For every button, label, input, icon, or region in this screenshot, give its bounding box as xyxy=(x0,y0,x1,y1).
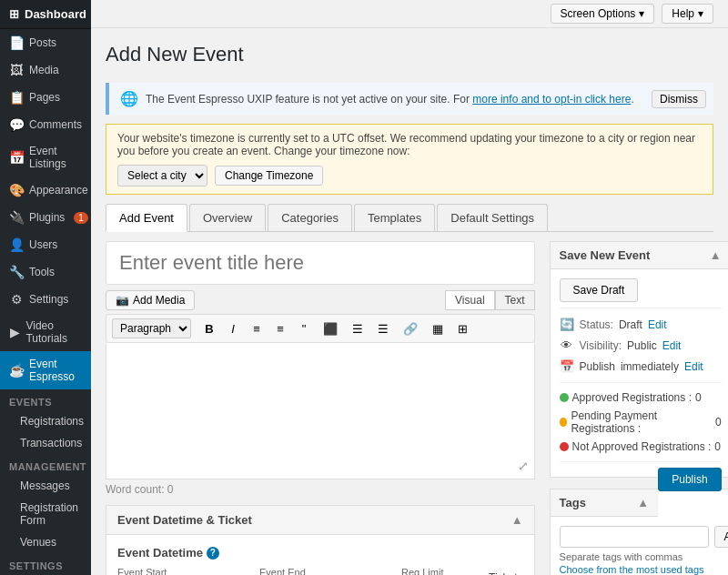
italic-button[interactable]: I xyxy=(222,319,244,338)
table-button[interactable]: ▦ xyxy=(426,319,450,338)
timezone-notice-text: Your website's timezone is currently set… xyxy=(117,132,702,157)
add-media-button[interactable]: 📷 Add Media xyxy=(106,290,195,310)
publish-time-row: 📅 Publish immediately Edit xyxy=(560,356,722,377)
more-button[interactable]: ⊞ xyxy=(451,319,474,338)
tab-overview[interactable]: Overview xyxy=(189,204,266,231)
settings-section-label: Settings xyxy=(0,553,91,574)
sidebar-item-event-espresso[interactable]: ☕ Event Espresso xyxy=(0,351,91,389)
topbar: Screen Options ▾ Help ▾ xyxy=(91,0,728,28)
sidebar-item-comments[interactable]: 💬 Comments xyxy=(0,111,91,138)
event-title-input[interactable] xyxy=(106,241,535,285)
pending-row: Pending Payment Registrations : 0 xyxy=(560,407,722,438)
pages-icon: 📋 xyxy=(9,90,24,105)
expand-icon[interactable]: ⤢ xyxy=(518,459,529,473)
plugins-icon: 🔌 xyxy=(9,210,24,225)
visibility-edit-link[interactable]: Edit xyxy=(662,339,682,352)
text-tab[interactable]: Text xyxy=(495,290,535,310)
datetime-section: Event Datetime & Ticket ▲ Event Datetime… xyxy=(106,505,535,575)
uxip-notice: 🌐 The Event Espresso UXIP feature is not… xyxy=(106,83,713,115)
tags-most-used-link[interactable]: Choose from the most used tags xyxy=(560,564,704,575)
tab-default-settings[interactable]: Default Settings xyxy=(437,204,548,231)
save-draft-button[interactable]: Save Draft xyxy=(560,278,639,302)
link-button[interactable]: 🔗 xyxy=(397,319,424,338)
align-left-button[interactable]: ⬛ xyxy=(317,319,344,338)
tags-hint: Separate tags with commas xyxy=(560,551,722,562)
wordpress-icon: ⊞ xyxy=(9,7,19,21)
blockquote-button[interactable]: " xyxy=(293,319,315,338)
chevron-down-icon: ▾ xyxy=(698,7,703,20)
sidebar-item-tools[interactable]: 🔧 Tools xyxy=(0,258,91,286)
tab-templates[interactable]: Templates xyxy=(354,204,435,231)
sidebar-subitem-reg-form[interactable]: Registration Form xyxy=(0,497,91,531)
sidebar-item-event-listings[interactable]: 📅 Event Listings xyxy=(0,138,91,177)
timezone-notice: Your website's timezone is currently set… xyxy=(106,124,713,195)
events-section-label: Events xyxy=(0,389,91,410)
sidebar-subitem-messages[interactable]: Messages xyxy=(0,475,91,497)
event-listings-icon: 📅 xyxy=(9,150,24,165)
status-row: 🔄 Status: Draft Edit xyxy=(560,314,722,335)
dismiss-button[interactable]: Dismiss xyxy=(652,90,706,108)
help-button[interactable]: Help ▾ xyxy=(662,4,713,24)
tags-panel-collapse[interactable]: ▲ xyxy=(637,496,649,509)
tags-panel-header: Tags ▲ xyxy=(551,489,659,517)
sidebar-item-posts[interactable]: 📄 Posts xyxy=(0,29,91,56)
sidebar-item-pages[interactable]: 📋 Pages xyxy=(0,84,91,111)
sidebar-item-media[interactable]: 🖼 Media xyxy=(0,56,91,84)
reg-limit-label: Reg Limit xyxy=(401,567,474,575)
format-toolbar: Paragraph B I ≡ ≡ " ⬛ ☰ ☰ 🔗 ▦ ⊞ xyxy=(106,314,535,343)
datetime-help-icon[interactable]: ? xyxy=(207,547,219,560)
video-icon: ▶ xyxy=(9,325,20,339)
city-select[interactable]: Select a city xyxy=(117,165,207,187)
datetime-section-header: Event Datetime & Ticket ▲ xyxy=(106,506,534,535)
ordered-list-button[interactable]: ≡ xyxy=(269,319,291,338)
align-right-button[interactable]: ☰ xyxy=(371,319,395,338)
approved-dot xyxy=(560,393,569,402)
paragraph-select[interactable]: Paragraph xyxy=(112,318,191,338)
change-timezone-button[interactable]: Change Timezone xyxy=(215,166,323,186)
editor-area[interactable]: ⤢ xyxy=(106,343,535,479)
not-approved-row: Not Approved Registrations : 0 xyxy=(560,438,722,456)
pending-dot xyxy=(560,418,568,427)
sidebar-item-appearance[interactable]: 🎨 Appearance xyxy=(0,177,91,204)
uxip-notice-text: The Event Espresso UXIP feature is not y… xyxy=(146,93,634,106)
tools-icon: 🔧 xyxy=(9,265,24,279)
appearance-icon: 🎨 xyxy=(9,183,24,197)
publish-button[interactable]: Publish xyxy=(658,468,721,491)
publish-time-edit-link[interactable]: Edit xyxy=(684,360,703,373)
sidebar-item-video-tutorials[interactable]: ▶ Video Tutorials xyxy=(0,313,91,351)
sidebar: ⊞ Dashboard 📄 Posts 🖼 Media 📋 Pages 💬 Co… xyxy=(0,0,91,575)
sidebar-subitem-registrations[interactable]: Registrations xyxy=(0,410,91,432)
bold-button[interactable]: B xyxy=(198,319,220,338)
event-end-label: Event End xyxy=(259,567,387,575)
sidebar-subitem-venues[interactable]: Venues xyxy=(0,531,91,553)
management-section-label: Management xyxy=(0,454,91,475)
screen-options-button[interactable]: Screen Options ▾ xyxy=(551,4,655,24)
visibility-icon: 👁 xyxy=(560,338,574,352)
datetime-fields: Event Start Event End Reg Limit xyxy=(117,567,523,575)
sidebar-item-settings[interactable]: ⚙ Settings xyxy=(0,286,91,313)
align-center-button[interactable]: ☰ xyxy=(346,319,369,338)
tags-add-button[interactable]: Add xyxy=(714,526,728,548)
tickets-sold: Tickets Sold: 0 xyxy=(489,571,523,575)
event-start-label: Event Start xyxy=(117,567,245,575)
sidebar-item-plugins[interactable]: 🔌 Plugins 1 xyxy=(0,204,91,231)
status-edit-link[interactable]: Edit xyxy=(648,318,667,331)
tags-panel: Tags ▲ Add Separate tags with commas Cho… xyxy=(550,489,728,575)
tab-add-event[interactable]: Add Event xyxy=(106,204,187,232)
posts-icon: 📄 xyxy=(9,35,24,50)
unordered-list-button[interactable]: ≡ xyxy=(246,319,268,338)
sidebar-logo[interactable]: ⊞ Dashboard xyxy=(0,0,91,29)
visibility-row: 👁 Visibility: Public Edit xyxy=(560,335,722,356)
chevron-down-icon: ▾ xyxy=(639,7,644,20)
page-title: Add New Event xyxy=(106,43,713,66)
visual-tab[interactable]: Visual xyxy=(445,290,494,310)
tags-input-row: Add xyxy=(560,526,722,548)
sidebar-subitem-transactions[interactable]: Transactions xyxy=(0,432,91,454)
tags-input[interactable] xyxy=(560,526,709,548)
tab-categories[interactable]: Categories xyxy=(268,204,352,231)
datetime-collapse-icon[interactable]: ▲ xyxy=(511,513,523,527)
save-panel: Save New Event ▲ Save Draft 🔄 Status: Dr… xyxy=(550,241,728,478)
editor-view-tabs: Visual Text xyxy=(445,290,534,310)
sidebar-item-users[interactable]: 👤 Users xyxy=(0,231,91,258)
save-panel-collapse[interactable]: ▲ xyxy=(710,248,722,262)
